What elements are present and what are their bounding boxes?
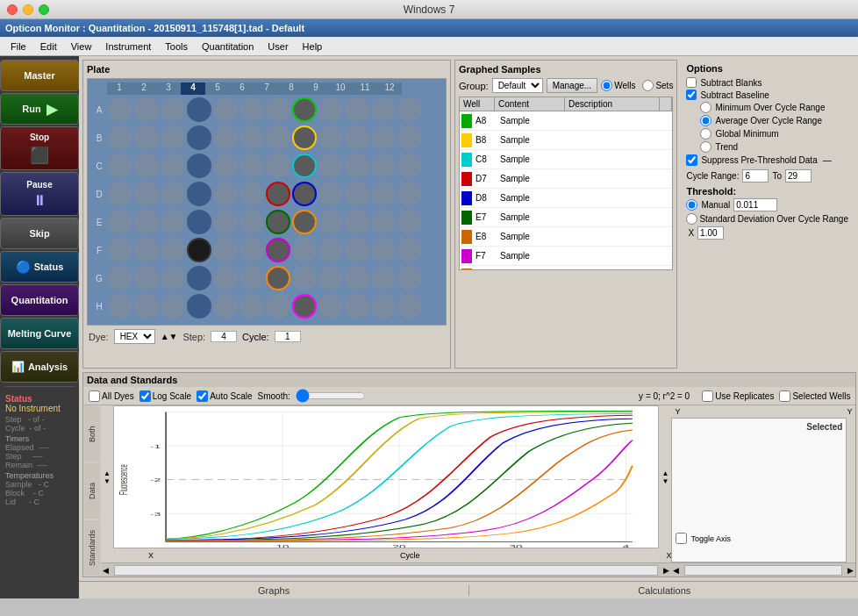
scroll-down-arrow[interactable]: ▼ bbox=[101, 477, 113, 485]
plate-col-10[interactable]: 10 bbox=[328, 82, 353, 95]
dye-select[interactable]: HEX FAM bbox=[114, 329, 155, 344]
plate-well-d1[interactable] bbox=[108, 182, 132, 206]
plate-col-6[interactable]: 6 bbox=[230, 82, 254, 95]
plate-well-c1[interactable] bbox=[108, 154, 132, 178]
menu-quantitation[interactable]: Quantitation bbox=[195, 39, 261, 54]
plate-well-h6[interactable] bbox=[240, 294, 264, 319]
plate-well-g4[interactable] bbox=[187, 266, 211, 290]
plate-well-d9[interactable] bbox=[318, 182, 343, 206]
sets-radio[interactable] bbox=[642, 80, 654, 91]
plate-well-c2[interactable] bbox=[134, 154, 159, 178]
plate-well-a10[interactable] bbox=[345, 97, 369, 122]
global-min-radio[interactable] bbox=[700, 128, 711, 140]
menu-instrument[interactable]: Instrument bbox=[98, 39, 158, 54]
plate-col-1[interactable]: 1 bbox=[107, 82, 132, 95]
plate-well-h11[interactable] bbox=[371, 294, 396, 319]
plate-well-g8[interactable] bbox=[292, 266, 317, 290]
plate-well-e10[interactable] bbox=[345, 210, 369, 234]
avg-over-cycle-radio[interactable] bbox=[700, 115, 711, 126]
table-row[interactable]: C8 Sample bbox=[460, 150, 672, 169]
plate-well-d2[interactable] bbox=[134, 182, 159, 206]
use-replicates-checkbox[interactable] bbox=[702, 390, 713, 402]
plate-well-d10[interactable] bbox=[345, 182, 369, 206]
plate-well-e12[interactable] bbox=[397, 210, 422, 234]
sidebar-master-button[interactable]: Master bbox=[0, 60, 79, 91]
group-select[interactable]: Default bbox=[492, 78, 543, 93]
sidebar-skip-button[interactable]: Skip bbox=[0, 218, 79, 249]
smooth-slider[interactable] bbox=[296, 389, 366, 403]
plate-well-e1[interactable] bbox=[108, 210, 132, 234]
plate-well-a1[interactable] bbox=[108, 97, 132, 122]
plate-well-d12[interactable] bbox=[397, 182, 422, 206]
sidebar-stop-button[interactable]: Stop ⬛ bbox=[0, 126, 79, 170]
min-over-cycle-radio[interactable] bbox=[700, 102, 711, 113]
plate-well-h12[interactable] bbox=[397, 294, 422, 319]
plate-well-a12[interactable] bbox=[397, 97, 422, 122]
plate-well-a11[interactable] bbox=[371, 97, 396, 122]
menu-view[interactable]: View bbox=[64, 39, 99, 54]
plate-well-g6[interactable] bbox=[240, 266, 264, 290]
sidebar-status-button[interactable]: 🔵 Status bbox=[0, 251, 79, 283]
plate-well-b5[interactable] bbox=[213, 125, 238, 150]
wells-radio[interactable] bbox=[601, 80, 612, 91]
auto-scale-checkbox[interactable] bbox=[197, 390, 208, 402]
table-row[interactable]: D8 Sample bbox=[460, 189, 672, 208]
sidebar-quantitation-button[interactable]: Quantitation bbox=[0, 284, 79, 316]
plate-col-7[interactable]: 7 bbox=[254, 82, 279, 95]
plate-well-f2[interactable] bbox=[134, 238, 159, 262]
plate-well-e8[interactable] bbox=[292, 210, 317, 234]
plate-col-5[interactable]: 5 bbox=[205, 82, 230, 95]
table-row[interactable]: G7 Sample bbox=[460, 266, 672, 269]
plate-well-e2[interactable] bbox=[134, 210, 159, 234]
sets-radio-label[interactable]: Sets bbox=[642, 80, 673, 91]
window-controls[interactable] bbox=[7, 4, 49, 15]
plate-col-12[interactable]: 12 bbox=[377, 82, 402, 95]
plate-col-11[interactable]: 11 bbox=[353, 82, 377, 95]
selected-wells-label[interactable]: Selected Wells bbox=[779, 390, 850, 402]
plate-well-a9[interactable] bbox=[318, 97, 343, 122]
plate-well-b11[interactable] bbox=[371, 125, 396, 150]
log-scale-label[interactable]: Log Scale bbox=[139, 390, 191, 402]
std-dev-value-input[interactable] bbox=[697, 226, 724, 240]
cycle-from-input[interactable] bbox=[742, 169, 769, 183]
plate-well-f5[interactable] bbox=[213, 238, 238, 262]
plate-well-d8[interactable] bbox=[292, 182, 317, 206]
table-row[interactable]: F7 Sample bbox=[460, 247, 672, 266]
plate-well-h10[interactable] bbox=[345, 294, 369, 319]
scroll-right-btn[interactable]: ▶ bbox=[661, 566, 671, 575]
plate-well-d5[interactable] bbox=[213, 182, 238, 206]
wells-radio-label[interactable]: Wells bbox=[601, 80, 635, 91]
menu-tools[interactable]: Tools bbox=[158, 39, 195, 54]
plate-well-b2[interactable] bbox=[134, 125, 159, 150]
plate-well-b1[interactable] bbox=[108, 125, 132, 150]
plate-well-g10[interactable] bbox=[345, 266, 369, 290]
plate-well-b9[interactable] bbox=[318, 125, 343, 150]
plate-well-c3[interactable] bbox=[161, 154, 185, 178]
menu-help[interactable]: Help bbox=[296, 39, 330, 54]
cycle-input[interactable] bbox=[275, 331, 301, 342]
plate-well-e7[interactable] bbox=[266, 210, 290, 234]
plate-well-g12[interactable] bbox=[397, 266, 422, 290]
plate-well-b3[interactable] bbox=[161, 125, 185, 150]
plate-well-h2[interactable] bbox=[134, 294, 159, 319]
plate-well-c10[interactable] bbox=[345, 154, 369, 178]
plate-well-g7[interactable] bbox=[266, 266, 290, 290]
trend-radio[interactable] bbox=[700, 141, 711, 153]
h-scroll-track[interactable] bbox=[114, 565, 658, 576]
plate-well-c6[interactable] bbox=[240, 154, 264, 178]
plate-well-e11[interactable] bbox=[371, 210, 396, 234]
log-scale-checkbox[interactable] bbox=[139, 390, 151, 402]
plate-well-b6[interactable] bbox=[240, 125, 264, 150]
subtract-blanks-checkbox[interactable] bbox=[686, 77, 697, 88]
plate-well-d11[interactable] bbox=[371, 182, 396, 206]
right-scroll-right-btn[interactable]: ▶ bbox=[846, 566, 855, 575]
standards-label[interactable]: Standards bbox=[83, 519, 101, 577]
plate-well-f3[interactable] bbox=[161, 238, 185, 262]
plate-well-e9[interactable] bbox=[318, 210, 343, 234]
bottom-scrollbar[interactable]: ◀ ▶ bbox=[101, 562, 671, 577]
sidebar-analysis-button[interactable]: 📊 Analysis bbox=[0, 351, 79, 383]
table-row[interactable]: D7 Sample bbox=[460, 169, 672, 189]
menu-user[interactable]: User bbox=[261, 39, 295, 54]
toggle-axis-checkbox[interactable] bbox=[676, 533, 687, 544]
plate-col-9[interactable]: 9 bbox=[304, 82, 328, 95]
